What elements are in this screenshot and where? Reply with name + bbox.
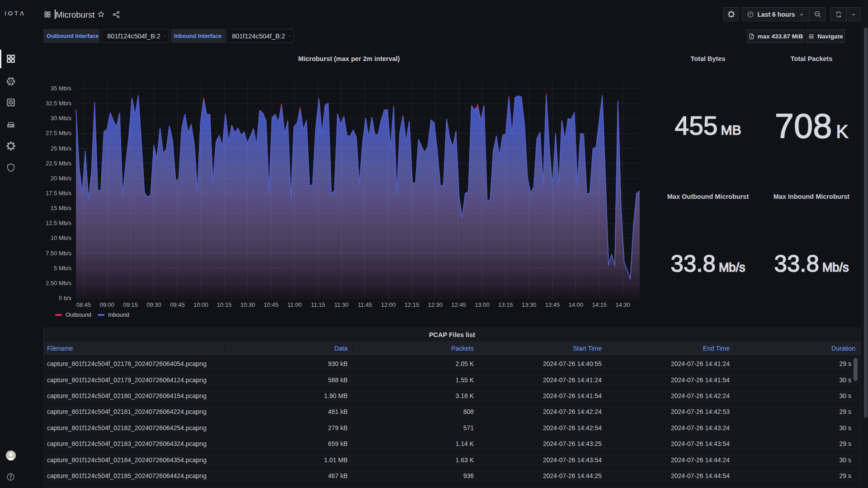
- svg-text:10 Mb/s: 10 Mb/s: [51, 235, 72, 241]
- svg-text:11:15: 11:15: [311, 301, 326, 308]
- svg-text:10:15: 10:15: [217, 301, 232, 308]
- svg-text:12.5 Mb/s: 12.5 Mb/s: [46, 220, 72, 226]
- svg-text:11:30: 11:30: [335, 301, 349, 308]
- svg-text:14:00: 14:00: [569, 301, 584, 308]
- svg-text:12:45: 12:45: [451, 301, 466, 308]
- svg-text:12:00: 12:00: [381, 301, 396, 308]
- svg-text:13:15: 13:15: [498, 301, 513, 308]
- svg-text:20 Mb/s: 20 Mb/s: [51, 175, 72, 182]
- svg-text:25 Mb/s: 25 Mb/s: [51, 145, 72, 152]
- svg-text:11:45: 11:45: [358, 301, 372, 308]
- svg-text:32.5 Mb/s: 32.5 Mb/s: [46, 100, 72, 107]
- svg-text:14:15: 14:15: [592, 301, 607, 308]
- svg-text:7.50 Mb/s: 7.50 Mb/s: [46, 250, 72, 257]
- svg-text:15 Mb/s: 15 Mb/s: [51, 205, 72, 211]
- svg-text:09:15: 09:15: [123, 301, 138, 308]
- svg-text:14:30: 14:30: [615, 301, 630, 308]
- svg-text:22.5 Mb/s: 22.5 Mb/s: [46, 160, 72, 167]
- svg-text:2.50 Mb/s: 2.50 Mb/s: [46, 280, 72, 286]
- svg-text:10:00: 10:00: [193, 301, 208, 308]
- svg-text:11:00: 11:00: [288, 301, 302, 308]
- svg-text:12:15: 12:15: [405, 301, 420, 308]
- svg-text:09:00: 09:00: [100, 301, 115, 308]
- svg-text:17.5 Mb/s: 17.5 Mb/s: [46, 190, 72, 197]
- svg-text:09:45: 09:45: [170, 301, 185, 308]
- svg-text:0 b/s: 0 b/s: [59, 295, 72, 301]
- svg-text:09:30: 09:30: [146, 301, 161, 308]
- svg-text:13:30: 13:30: [522, 301, 537, 308]
- svg-text:13:45: 13:45: [545, 301, 560, 308]
- svg-text:08:45: 08:45: [76, 301, 91, 308]
- svg-text:27.5 Mb/s: 27.5 Mb/s: [46, 130, 72, 136]
- svg-text:30 Mb/s: 30 Mb/s: [51, 115, 72, 122]
- svg-text:12:30: 12:30: [428, 301, 443, 308]
- svg-text:35 Mb/s: 35 Mb/s: [51, 85, 72, 92]
- svg-text:5 Mb/s: 5 Mb/s: [54, 265, 72, 272]
- svg-text:10:45: 10:45: [264, 301, 279, 308]
- svg-text:10:30: 10:30: [241, 301, 255, 308]
- svg-text:13:00: 13:00: [475, 301, 490, 308]
